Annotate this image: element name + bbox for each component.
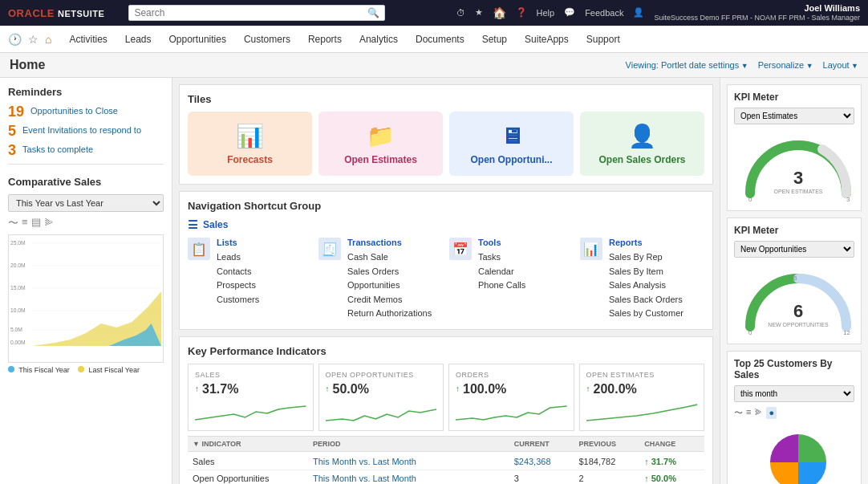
nav-analytics[interactable]: Analytics xyxy=(351,29,406,50)
chart-legend: This Fiscal Year Last Fiscal Year xyxy=(8,366,164,374)
pie-icon[interactable]: ● xyxy=(766,407,777,419)
help-icon[interactable]: ❓ xyxy=(516,7,527,18)
chart-type-icons: 〜 ≡ ▤ ⫸ xyxy=(8,216,164,230)
legend-last-year: Last Fiscal Year xyxy=(78,366,140,374)
bar-chart-icon[interactable]: ≡ xyxy=(22,216,28,230)
svg-text:20.0M: 20.0M xyxy=(10,262,26,268)
bar-icon[interactable]: ⫸ xyxy=(754,407,763,419)
star-nav-icon[interactable]: ☆ xyxy=(28,33,39,46)
kpi-sparkline-open-estimates xyxy=(586,400,698,424)
kpi-sparkline-open-opp xyxy=(326,400,437,424)
link-sales-by-customer[interactable]: Sales by Customer xyxy=(609,307,683,321)
kpi-label-open-estimates: OPEN ESTIMATES xyxy=(586,371,698,379)
kpi-row-0: Sales This Month vs. Last Month $243,368… xyxy=(188,451,704,470)
nav-suiteapps[interactable]: SuiteApps xyxy=(517,29,577,50)
link-prospects[interactable]: Prospects xyxy=(217,279,259,293)
nav-support[interactable]: Support xyxy=(578,29,628,50)
nav-documents[interactable]: Documents xyxy=(408,29,473,50)
layout-btn[interactable]: Layout xyxy=(823,60,858,70)
link-calendar[interactable]: Calendar xyxy=(478,265,525,279)
reminder-num-1: 5 xyxy=(8,124,16,138)
home-icon[interactable]: 🏠 xyxy=(493,6,506,19)
kpi-value-open-opp: 50.0% xyxy=(333,382,369,397)
link-leads[interactable]: Leads xyxy=(217,250,259,265)
top25-chart xyxy=(734,422,854,484)
link-sales-by-item[interactable]: Sales By Item xyxy=(609,265,683,279)
kpi-value-orders: 100.0% xyxy=(463,382,506,397)
kpi-card-open-opp: OPEN OPPORTUNITIES ↑ 50.0% xyxy=(318,364,444,431)
svg-text:OPEN ESTIMATES: OPEN ESTIMATES xyxy=(774,189,823,194)
reminder-item-1: 5 Event Invitations to respond to xyxy=(8,124,164,138)
reminder-label-2[interactable]: Tasks to complete xyxy=(22,144,93,154)
link-tasks[interactable]: Tasks xyxy=(478,250,525,265)
link-sales-by-rep[interactable]: Sales By Rep xyxy=(609,250,683,265)
kpi-row1-period[interactable]: This Month vs. Last Month xyxy=(308,470,509,484)
right-sidebar: KPI Meter Open Estimates 3 OPEN ESTIMATE… xyxy=(720,78,868,484)
kpi-meter-1-select[interactable]: Open Estimates xyxy=(734,108,854,124)
transactions-links: Transactions Cash Sale Sales Orders Oppo… xyxy=(347,238,432,321)
last-year-label: Last Fiscal Year xyxy=(88,366,140,374)
tools-icon: 📅 xyxy=(449,238,472,260)
link-sales-back-orders[interactable]: Sales Back Orders xyxy=(609,293,683,307)
nav-activities[interactable]: Activities xyxy=(61,29,115,50)
tiles-section: Tiles 📊 Forecasts 📁 Open Estimates 🖥 Ope… xyxy=(179,84,713,185)
table-icon[interactable]: ≡ xyxy=(746,407,751,419)
link-customers[interactable]: Customers xyxy=(217,293,259,307)
column-chart-icon[interactable]: ⫸ xyxy=(44,216,55,230)
last-year-dot xyxy=(78,366,84,372)
table-icon[interactable]: ▤ xyxy=(31,216,41,230)
tile-open-estimates[interactable]: 📁 Open Estimates xyxy=(318,112,443,176)
tile-open-sales-orders[interactable]: 👤 Open Sales Orders xyxy=(580,112,704,176)
home-nav-icon[interactable]: ⌂ xyxy=(45,33,51,46)
top25-dropdown[interactable]: this month xyxy=(734,385,854,402)
link-opportunities[interactable]: Opportunities xyxy=(347,279,432,293)
nav-leads[interactable]: Leads xyxy=(117,29,160,50)
reports-links: Reports Sales By Rep Sales By Item Sales… xyxy=(609,238,683,321)
line-icon[interactable]: 〜 xyxy=(734,407,743,419)
line-chart-icon[interactable]: 〜 xyxy=(8,216,18,230)
search-box[interactable]: 🔍 xyxy=(128,5,385,21)
nav-setup[interactable]: Setup xyxy=(474,29,515,50)
search-input[interactable] xyxy=(134,7,367,18)
shortcut-group-header: ☰ Sales xyxy=(188,218,704,231)
nav-customers[interactable]: Customers xyxy=(236,29,298,50)
viewing-portlet-btn[interactable]: Viewing: Portlet date settings xyxy=(626,60,748,70)
nav-reports[interactable]: Reports xyxy=(300,29,350,50)
help-label[interactable]: Help xyxy=(537,8,555,18)
tile-open-opportunities[interactable]: 🖥 Open Opportuni... xyxy=(449,112,574,176)
link-return-auth[interactable]: Return Authorizations xyxy=(347,307,432,321)
tile-forecasts[interactable]: 📊 Forecasts xyxy=(188,112,312,176)
kpi-row1-indicator: Open Opportunities xyxy=(188,470,308,484)
nav-opportunities[interactable]: Opportunities xyxy=(161,29,234,50)
clock-icon[interactable]: 🕐 xyxy=(8,33,22,46)
comp-sales-dropdown[interactable]: This Year vs Last Year xyxy=(8,194,164,212)
link-sales-analysis[interactable]: Sales Analysis xyxy=(609,279,683,293)
svg-text:3: 3 xyxy=(846,196,850,201)
kpi-th-period: PERIOD xyxy=(308,436,509,451)
link-sales-orders[interactable]: Sales Orders xyxy=(347,265,432,279)
lists-links: Lists Leads Contacts Prospects Customers xyxy=(217,238,259,307)
feedback-label[interactable]: Feedback xyxy=(585,8,623,18)
lists-header: Lists xyxy=(217,238,259,247)
svg-text:3: 3 xyxy=(793,168,803,188)
link-contacts[interactable]: Contacts xyxy=(217,265,259,279)
personalize-btn[interactable]: Personalize xyxy=(758,60,813,70)
kpi-th-indicator[interactable]: ▼ INDICATOR xyxy=(188,436,308,451)
reminder-label-0[interactable]: Opportunities to Close xyxy=(30,106,118,116)
kpi-value-sales: 31.7% xyxy=(202,382,238,397)
reminder-label-1[interactable]: Event Invitations to respond to xyxy=(22,125,141,135)
kpi-row0-period[interactable]: This Month vs. Last Month xyxy=(308,451,509,470)
kpi-row0-indicator: Sales xyxy=(188,451,308,470)
link-phone-calls[interactable]: Phone Calls xyxy=(478,279,525,293)
reports-icon: 📊 xyxy=(580,238,602,260)
shortcut-col-tools: 📅 Tools Tasks Calendar Phone Calls xyxy=(449,238,574,321)
page-title: Home xyxy=(10,58,45,72)
kpi-meter-2-select[interactable]: New Opportunities xyxy=(734,241,854,258)
star-icon[interactable]: ★ xyxy=(475,7,483,18)
history-icon[interactable]: ⏱ xyxy=(456,8,465,18)
link-credit-memos[interactable]: Credit Memos xyxy=(347,293,432,307)
link-cash-sale[interactable]: Cash Sale xyxy=(347,250,432,265)
kpi-th-current: CURRENT xyxy=(509,436,574,451)
svg-text:6: 6 xyxy=(793,275,797,282)
kpi-arrow-open-estimates: ↑ xyxy=(586,384,590,393)
